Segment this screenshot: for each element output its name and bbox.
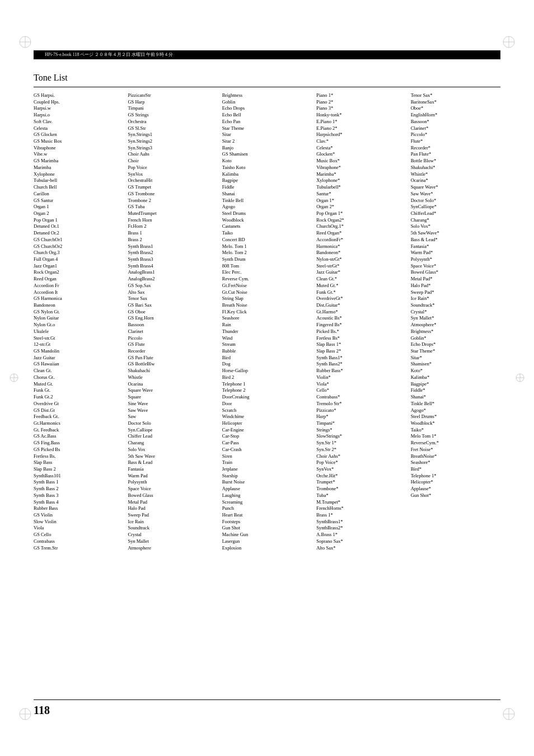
list-item: Synth Drum — [222, 256, 312, 263]
list-item: Nylon Guitar — [34, 315, 123, 322]
list-item: Alto Sax — [128, 289, 217, 296]
list-item: Soundtrack — [128, 525, 217, 532]
list-item: 5th SawWave* — [411, 230, 500, 237]
list-item: GS Harmonica — [34, 295, 123, 302]
list-item: SynthBrass2* — [316, 525, 406, 532]
list-item: AnalogBrass2 — [128, 276, 217, 283]
list-item: Machine Gun — [222, 532, 312, 538]
list-item: Crystal — [128, 532, 217, 538]
list-item: Shakuhachi — [128, 368, 217, 374]
list-item: Telephone 2 — [222, 387, 312, 394]
list-item: Clean Gt. — [34, 368, 123, 374]
list-item: Brightness — [222, 92, 312, 99]
column-1: GS Harpsi.Coupled Hps.Harpsi.wHarpsi.oSo… — [34, 92, 128, 694]
list-item: Sitar* — [411, 355, 500, 361]
list-item: Santur* — [316, 191, 406, 198]
list-item: Synth Bass 2 — [34, 486, 123, 492]
list-item: Solo Vox — [128, 447, 217, 453]
list-item: BreathNoise* — [411, 453, 500, 460]
list-item: Crystal* — [411, 309, 500, 316]
list-item: Star Theme — [222, 125, 312, 132]
list-item: Fiddle — [222, 184, 312, 191]
list-item: Funk Gt. — [34, 387, 123, 394]
list-item: Melo. Tom 2 — [222, 250, 312, 256]
list-item: Star Theme* — [411, 348, 500, 355]
list-item: Timpani — [128, 105, 217, 112]
list-item: Synth Brass2 — [128, 250, 217, 256]
list-item: Punch — [222, 505, 312, 512]
list-item: Bird 2 — [222, 374, 312, 381]
list-item: Saw — [128, 414, 217, 420]
list-item: Sine Wave — [128, 401, 217, 407]
list-item: Stream — [222, 341, 312, 348]
list-item: Banjo — [222, 145, 312, 152]
list-item: Rubber Bass — [34, 505, 123, 512]
list-item: Synth Brass1 — [128, 243, 217, 250]
list-item: A.Brass 1* — [316, 532, 406, 538]
list-item: ChifferLead* — [411, 210, 500, 217]
list-item: GS Music Box — [34, 138, 123, 145]
list-item: Clean Gt.* — [316, 276, 406, 283]
list-item: DoorCreaking — [222, 394, 312, 401]
list-item: Bubble — [222, 348, 312, 355]
list-item: GS BottleBlw — [128, 361, 217, 368]
list-item: Choir — [128, 158, 217, 165]
list-item: Echo Bell — [222, 112, 312, 119]
list-item: Harpsichord* — [316, 132, 406, 138]
list-item: Church Bell — [34, 184, 123, 191]
list-item: Syn.Str 1* — [316, 440, 406, 447]
list-item: Applause* — [411, 486, 500, 492]
list-item: Shakuhachi* — [411, 165, 500, 171]
list-item: Echo Drops* — [411, 341, 500, 348]
list-item: 12-str.Gt — [34, 341, 123, 348]
list-item: Bandoneon* — [316, 250, 406, 256]
list-item: OrchestraHit — [128, 177, 217, 184]
list-item: Vibraphone — [34, 145, 123, 152]
list-item: Fingered Bs* — [316, 322, 406, 328]
list-item: Fiddle* — [411, 387, 500, 394]
list-item: Helicopter* — [411, 479, 500, 486]
list-item: Slap Bass 2 — [34, 466, 123, 473]
list-item: Footsteps — [222, 519, 312, 525]
list-item: Goblin — [222, 99, 312, 106]
list-item: SlowStrings* — [316, 433, 406, 440]
list-item: Windchime — [222, 414, 312, 420]
list-item: Rubber Bass* — [316, 368, 406, 374]
list-item: Ukulele — [34, 328, 123, 335]
list-item: Seashore* — [411, 459, 500, 466]
list-item: Metal Pad — [128, 499, 217, 506]
list-item: Syn.Strings2 — [128, 138, 217, 145]
list-item: MutedTrumpet — [128, 210, 217, 217]
list-item: Atmosphere* — [411, 322, 500, 328]
list-item: Bowed Glass — [128, 492, 217, 499]
list-item: Solo Vox* — [411, 223, 500, 230]
header-text: HPi-7S-e.book 118 ページ ２０８年４月２日 水曜日 午前９時４… — [45, 51, 173, 58]
list-item: SynthBass101 — [34, 473, 123, 480]
list-item: Laughing — [222, 492, 312, 499]
list-item: Reverse Cym. — [222, 276, 312, 283]
page: HPi-7S-e.book 118 ページ ２０８年４月２日 水曜日 午前９時４… — [0, 0, 534, 756]
list-item: GS Shamisen — [222, 151, 312, 158]
list-item: OverdriveGt* — [316, 295, 406, 302]
list-item: Telephone 1* — [411, 473, 500, 480]
list-item: Square Wave* — [411, 184, 500, 191]
content-area: GS Harpsi.Coupled Hps.Harpsi.wHarpsi.oSo… — [34, 92, 500, 694]
list-item: Viola* — [316, 381, 406, 388]
page-number: 118 — [34, 704, 50, 717]
list-item: GS Tuba — [128, 204, 217, 210]
reg-mark-left — [8, 372, 20, 384]
list-item: Warm Pad — [128, 473, 217, 480]
list-item: Piano 2* — [316, 99, 406, 106]
page-title: Tone List — [34, 73, 68, 83]
list-item: Muted Gt.* — [316, 283, 406, 289]
list-item: Taisho Koto — [222, 165, 312, 171]
list-item: Clarinet — [128, 328, 217, 335]
list-item: Synth Bass1* — [316, 355, 406, 361]
list-item: Wind — [222, 335, 312, 342]
reg-mark-right — [514, 372, 526, 384]
list-item: AccordionFr* — [316, 237, 406, 243]
list-item: Ice Rain — [128, 519, 217, 525]
list-item: Fantasia — [128, 466, 217, 473]
list-item: Whistle — [128, 374, 217, 381]
list-item: Coupled Hps. — [34, 99, 123, 106]
